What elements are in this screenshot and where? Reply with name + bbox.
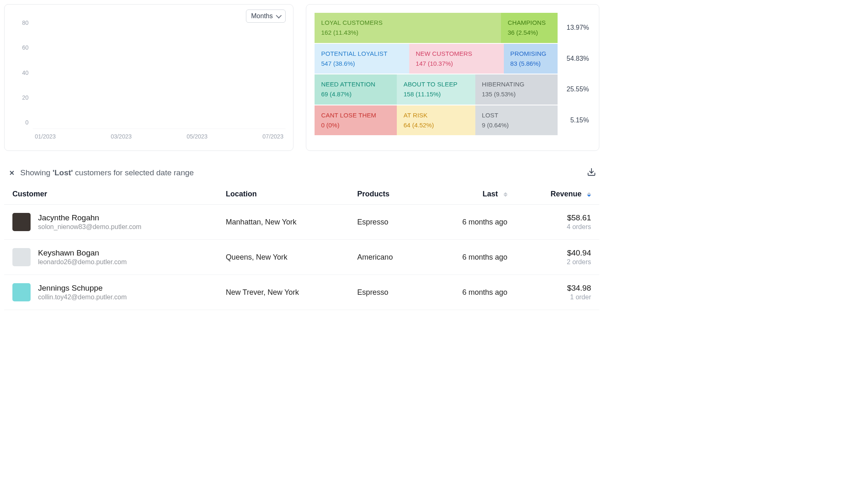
avatar <box>12 213 31 231</box>
rfm-segments-card: LOYAL CUSTOMERS162 (11.43%)CHAMPIONS36 (… <box>306 4 599 151</box>
segment-row-total: 5.15% <box>558 105 591 136</box>
download-icon[interactable] <box>587 167 596 178</box>
customer-name: Jacynthe Rogahn <box>38 213 141 222</box>
revenue-amount: $58.61 <box>524 213 591 222</box>
cell-revenue: $34.981 order <box>516 275 599 310</box>
customer-name: Jennings Schuppe <box>38 284 127 293</box>
segment-block[interactable]: PROMISING83 (5.86%) <box>504 44 558 74</box>
col-customer[interactable]: Customer <box>4 184 217 205</box>
sort-icon <box>587 192 591 197</box>
segment-block[interactable]: HIBERNATING135 (9.53%) <box>475 74 558 105</box>
customer-email: leonardo26@demo.putler.com <box>38 258 127 266</box>
customer-email: collin.toy42@demo.putler.com <box>38 294 127 301</box>
chart-range-dropdown[interactable]: Months <box>246 10 286 23</box>
segment-row-total: 54.83% <box>558 44 591 74</box>
segment-row: NEED ATTENTION69 (4.87%)ABOUT TO SLEEP15… <box>315 74 591 105</box>
x-tick-label: 03/2023 <box>111 133 132 140</box>
sort-icon <box>503 192 508 197</box>
segment-value: 9 (0.64%) <box>482 121 551 129</box>
segment-block[interactable]: LOYAL CUSTOMERS162 (11.43%) <box>315 13 501 43</box>
col-last[interactable]: Last <box>425 184 516 205</box>
segment-block[interactable]: CANT LOSE THEM0 (0%) <box>315 105 397 136</box>
segment-row-total: 25.55% <box>558 74 591 105</box>
close-icon[interactable]: ✕ <box>9 169 14 177</box>
monthly-bar-chart-card: Months 020406080 01/202303/202305/202307… <box>4 4 293 151</box>
segment-title: POTENTIAL LOYALIST <box>321 50 403 58</box>
cell-products: Espresso <box>349 275 425 310</box>
segment-value: 547 (38.6%) <box>321 60 403 68</box>
table-row[interactable]: Keyshawn Boganleonardo26@demo.putler.com… <box>4 240 599 275</box>
segment-block[interactable]: ABOUT TO SLEEP158 (11.15%) <box>397 74 475 105</box>
x-tick-label: 01/2023 <box>35 133 56 140</box>
segment-value: 135 (9.53%) <box>482 90 551 98</box>
segment-title: CHAMPIONS <box>508 19 551 27</box>
filter-text: Showing 'Lost' customers for selected da… <box>20 168 194 177</box>
col-products[interactable]: Products <box>349 184 425 205</box>
segment-block[interactable]: NEED ATTENTION69 (4.87%) <box>315 74 397 105</box>
segment-block[interactable]: LOST9 (0.64%) <box>475 105 558 136</box>
active-filter-bar: ✕ Showing 'Lost' customers for selected … <box>9 167 596 178</box>
x-tick-label: 07/2023 <box>262 133 284 140</box>
segment-title: PROMISING <box>510 50 551 58</box>
chart-range-label: Months <box>251 12 273 20</box>
segment-block[interactable]: POTENTIAL LOYALIST547 (38.6%) <box>315 44 409 74</box>
segment-value: 69 (4.87%) <box>321 90 390 98</box>
cell-customer: Jacynthe Rogahnsolon_nienow83@demo.putle… <box>4 205 217 240</box>
table-row[interactable]: Jennings Schuppecollin.toy42@demo.putler… <box>4 275 599 310</box>
revenue-orders: 2 orders <box>524 258 591 266</box>
y-tick-label: 80 <box>22 19 29 26</box>
segment-value: 162 (11.43%) <box>321 29 494 37</box>
segment-title: NEED ATTENTION <box>321 80 390 88</box>
y-tick-label: 0 <box>25 119 29 126</box>
avatar <box>12 283 31 301</box>
cell-revenue: $40.942 orders <box>516 240 599 275</box>
cell-last: 6 months ago <box>425 205 516 240</box>
x-tick-label: 05/2023 <box>186 133 207 140</box>
chevron-down-icon <box>276 13 281 19</box>
bar-chart: 020406080 01/202303/202305/202307/2023 <box>16 29 286 138</box>
segment-title: LOST <box>482 111 551 119</box>
revenue-orders: 4 orders <box>524 223 591 231</box>
segment-value: 36 (2.54%) <box>508 29 551 37</box>
customer-email: solon_nienow83@demo.putler.com <box>38 223 141 231</box>
cell-products: Americano <box>349 240 425 275</box>
col-location[interactable]: Location <box>217 184 349 205</box>
segment-value: 0 (0%) <box>321 121 390 129</box>
customer-name: Keyshawn Bogan <box>38 248 127 258</box>
table-header-row: Customer Location Products Last Revenue <box>4 184 599 205</box>
segment-value: 147 (10.37%) <box>416 60 497 68</box>
segment-value: 64 (4.52%) <box>403 121 468 129</box>
customers-table: Customer Location Products Last Revenue … <box>4 184 599 310</box>
segment-title: CANT LOSE THEM <box>321 111 390 119</box>
cell-location: Queens, New York <box>217 240 349 275</box>
cell-last: 6 months ago <box>425 240 516 275</box>
segment-row-total: 13.97% <box>558 13 591 43</box>
avatar <box>12 248 31 266</box>
segment-title: LOYAL CUSTOMERS <box>321 19 494 27</box>
segment-title: AT RISK <box>403 111 468 119</box>
segment-value: 83 (5.86%) <box>510 60 551 68</box>
segment-title: HIBERNATING <box>482 80 551 88</box>
cell-location: New Trever, New York <box>217 275 349 310</box>
table-row[interactable]: Jacynthe Rogahnsolon_nienow83@demo.putle… <box>4 205 599 240</box>
cell-customer: Keyshawn Boganleonardo26@demo.putler.com <box>4 240 217 275</box>
segment-block[interactable]: CHAMPIONS36 (2.54%) <box>501 13 558 43</box>
cell-last: 6 months ago <box>425 275 516 310</box>
segment-row: CANT LOSE THEM0 (0%)AT RISK64 (4.52%)LOS… <box>315 105 591 136</box>
revenue-orders: 1 order <box>524 294 591 301</box>
col-revenue[interactable]: Revenue <box>516 184 599 205</box>
segment-title: NEW CUSTOMERS <box>416 50 497 58</box>
cell-customer: Jennings Schuppecollin.toy42@demo.putler… <box>4 275 217 310</box>
y-tick-label: 60 <box>22 44 29 51</box>
revenue-amount: $34.98 <box>524 284 591 293</box>
segment-row: POTENTIAL LOYALIST547 (38.6%)NEW CUSTOME… <box>315 44 591 74</box>
segment-block[interactable]: AT RISK64 (4.52%) <box>397 105 475 136</box>
cell-location: Manhattan, New York <box>217 205 349 240</box>
cell-revenue: $58.614 orders <box>516 205 599 240</box>
revenue-amount: $40.94 <box>524 248 591 258</box>
y-tick-label: 20 <box>22 94 29 101</box>
cell-products: Espresso <box>349 205 425 240</box>
segment-block[interactable]: NEW CUSTOMERS147 (10.37%) <box>409 44 504 74</box>
y-tick-label: 40 <box>22 69 29 76</box>
segment-value: 158 (11.15%) <box>403 90 468 98</box>
